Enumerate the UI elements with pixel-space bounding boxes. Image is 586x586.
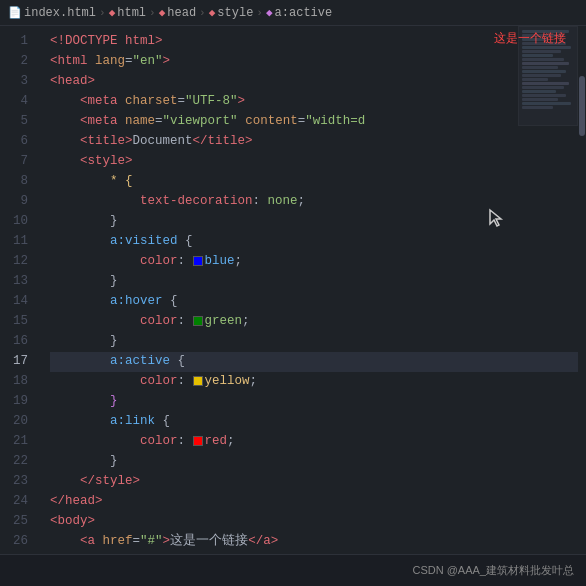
code-line-3: <head> bbox=[50, 72, 578, 92]
line-num-24: 24 bbox=[6, 492, 28, 512]
line-num-21: 21 bbox=[6, 432, 28, 452]
code-line-1: <!DOCTYPE html> bbox=[50, 32, 578, 52]
breadcrumb-sep-2: › bbox=[149, 7, 156, 19]
code-line-19: } bbox=[50, 392, 578, 412]
line-num-5: 5 bbox=[6, 112, 28, 132]
breadcrumb-head-icon: ◆ bbox=[159, 6, 166, 19]
code-line-18: color: yellow; bbox=[50, 372, 578, 392]
line-num-8: 8 bbox=[6, 172, 28, 192]
code-line-21: color: red; bbox=[50, 432, 578, 452]
code-line-22: } bbox=[50, 452, 578, 472]
line-num-3: 3 bbox=[6, 72, 28, 92]
status-text: CSDN @AAA_建筑材料批发叶总 bbox=[412, 563, 574, 578]
code-line-7: <style> bbox=[50, 152, 578, 172]
line-num-11: 11 bbox=[6, 232, 28, 252]
code-line-4: <meta charset="UTF-8"> bbox=[50, 92, 578, 112]
scrollbar[interactable] bbox=[578, 26, 586, 554]
code-line-16: } bbox=[50, 332, 578, 352]
breadcrumb-style[interactable]: style bbox=[217, 6, 253, 20]
code-line-17: a:active { bbox=[50, 352, 578, 372]
line-num-20: 20 bbox=[6, 412, 28, 432]
line-num-12: 12 bbox=[6, 252, 28, 272]
line-num-7: 7 bbox=[6, 152, 28, 172]
line-num-23: 23 bbox=[6, 472, 28, 492]
code-line-13: } bbox=[50, 272, 578, 292]
line-num-26: 26 bbox=[6, 532, 28, 552]
breadcrumb-file[interactable]: index.html bbox=[24, 6, 96, 20]
line-num-16: 16 bbox=[6, 332, 28, 352]
breadcrumb-html-icon: ◆ bbox=[109, 6, 116, 19]
line-num-19: 19 bbox=[6, 392, 28, 412]
line-num-25: 25 bbox=[6, 512, 28, 532]
line-num-15: 15 bbox=[6, 312, 28, 332]
code-line-11: a:visited { bbox=[50, 232, 578, 252]
breadcrumb-active[interactable]: a:active bbox=[275, 6, 333, 20]
editor-wrapper: 📄 index.html › ◆ html › ◆ head › ◆ style… bbox=[0, 0, 586, 586]
line-num-10: 10 bbox=[6, 212, 28, 232]
code-line-9: text-decoration: none; bbox=[50, 192, 578, 212]
editor-main: 1 2 3 4 5 6 7 8 9 10 11 12 13 14 15 16 1… bbox=[0, 26, 586, 554]
code-content[interactable]: <!DOCTYPE html> <html lang="en"> <head> … bbox=[38, 26, 578, 554]
code-line-15: color: green; bbox=[50, 312, 578, 332]
code-line-26: <a href="#">这是一个链接</a> bbox=[50, 532, 578, 552]
line-num-1: 1 bbox=[6, 32, 28, 52]
breadcrumb-sep-3: › bbox=[199, 7, 206, 19]
line-num-9: 9 bbox=[6, 192, 28, 212]
line-num-2: 2 bbox=[6, 52, 28, 72]
line-num-13: 13 bbox=[6, 272, 28, 292]
code-line-5: <meta name="viewport" content="width=d bbox=[50, 112, 578, 132]
code-line-6: <title>Document</title> bbox=[50, 132, 578, 152]
line-num-22: 22 bbox=[6, 452, 28, 472]
code-line-8: * { bbox=[50, 172, 578, 192]
breadcrumb-selector-icon: ◆ bbox=[266, 6, 273, 19]
code-line-10: } bbox=[50, 212, 578, 232]
code-line-20: a:link { bbox=[50, 412, 578, 432]
breadcrumb-head[interactable]: head bbox=[167, 6, 196, 20]
line-num-17: 17 bbox=[6, 352, 28, 372]
line-num-18: 18 bbox=[6, 372, 28, 392]
code-line-14: a:hover { bbox=[50, 292, 578, 312]
line-num-6: 6 bbox=[6, 132, 28, 152]
breadcrumb-file-icon: 📄 bbox=[8, 6, 22, 19]
scrollbar-thumb[interactable] bbox=[579, 76, 585, 136]
breadcrumb-style-icon: ◆ bbox=[209, 6, 216, 19]
code-line-2: <html lang="en"> bbox=[50, 52, 578, 72]
breadcrumb-bar: 📄 index.html › ◆ html › ◆ head › ◆ style… bbox=[0, 0, 586, 26]
status-bar: CSDN @AAA_建筑材料批发叶总 bbox=[0, 554, 586, 586]
line-num-14: 14 bbox=[6, 292, 28, 312]
code-line-12: color: blue; bbox=[50, 252, 578, 272]
code-line-23: </style> bbox=[50, 472, 578, 492]
breadcrumb-sep-4: › bbox=[256, 7, 263, 19]
line-numbers: 1 2 3 4 5 6 7 8 9 10 11 12 13 14 15 16 1… bbox=[0, 26, 38, 554]
line-num-4: 4 bbox=[6, 92, 28, 112]
breadcrumb-sep-1: › bbox=[99, 7, 106, 19]
code-line-25: <body> bbox=[50, 512, 578, 532]
code-line-24: </head> bbox=[50, 492, 578, 512]
breadcrumb-html[interactable]: html bbox=[117, 6, 146, 20]
